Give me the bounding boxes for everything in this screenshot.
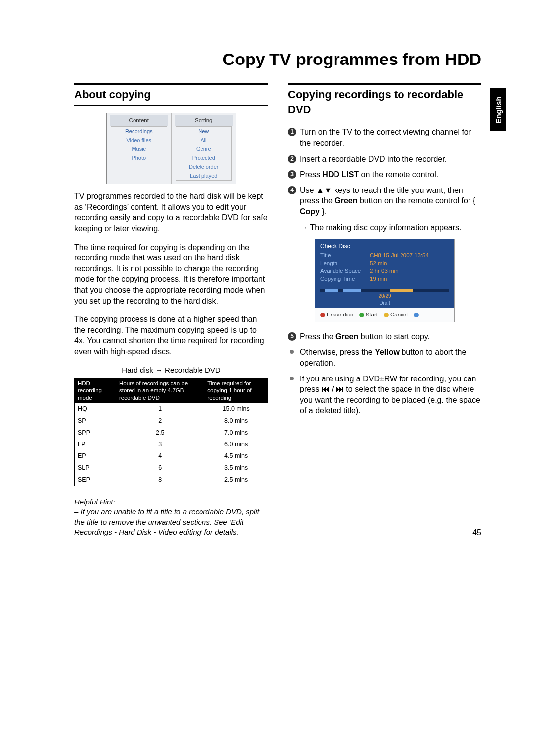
step-2: 2 Insert a recordable DVD into the recor… xyxy=(288,154,481,165)
hint-label: Helpful Hint: xyxy=(74,497,268,507)
step-1: 1 Turn on the TV to the correct viewing … xyxy=(288,127,481,148)
table-caption: Hard disk → Recordable DVD xyxy=(74,365,268,375)
paragraph: TV programmes recorded to the hard disk … xyxy=(74,191,268,234)
step-3: 3 Press HDD LIST on the remote control. xyxy=(288,169,481,180)
table-cell: 4.5 mins xyxy=(204,450,268,462)
step-number-icon: 5 xyxy=(288,332,296,341)
result-arrow-text: The making disc copy information appears… xyxy=(288,222,481,233)
menu-item: Video files xyxy=(111,136,167,145)
menu-item: Delete order xyxy=(176,163,232,172)
table-cell: 2.5 xyxy=(116,427,204,439)
step-text: Turn on the TV to the correct viewing ch… xyxy=(300,128,471,147)
table-header: Hours of recordings can be stored in an … xyxy=(116,378,204,403)
paragraph: The copying process is done at a higher … xyxy=(74,314,268,357)
step-text: Press HDD LIST on the remote control. xyxy=(300,170,438,179)
step-text: Press the Green button to start copy. xyxy=(300,332,430,341)
check-disc-screenshot: Check Disc TitleCH8 15-Jul-2007 13:54 Le… xyxy=(315,239,455,322)
green-dot-icon xyxy=(359,313,364,317)
arrow-icon: → xyxy=(155,366,165,374)
step-number-icon: 1 xyxy=(288,128,296,136)
menu-header-sorting: Sorting xyxy=(175,115,233,126)
table-cell: 7.0 mins xyxy=(204,427,268,439)
menu-item: Recordings xyxy=(111,127,167,136)
table-header: Time required for copying 1 hour of reco… xyxy=(204,378,268,403)
menu-item: Photo xyxy=(111,154,167,163)
page-number: 45 xyxy=(472,528,481,537)
yellow-dot-icon xyxy=(384,313,389,317)
table-cell: 4 xyxy=(116,450,204,462)
table-cell: 8.0 mins xyxy=(204,415,268,427)
table-row: SEP82.5 mins xyxy=(75,474,268,486)
table-cell: SLP xyxy=(75,462,116,474)
table-cell: SP xyxy=(75,415,116,427)
table-row: EP44.5 mins xyxy=(75,450,268,462)
step-text: Insert a recordable DVD into the recorde… xyxy=(300,155,447,163)
hint-body: – If you are unable to fit a title to a … xyxy=(74,507,268,537)
column-right: Copying recordings to recordable DVD 1 T… xyxy=(288,83,481,537)
table-cell: 2.5 mins xyxy=(204,474,268,486)
table-cell: 1 xyxy=(116,403,204,415)
table-cell: HQ xyxy=(75,403,116,415)
helpful-hint: Helpful Hint: – If you are unable to fit… xyxy=(74,497,268,537)
checkdisc-title: Check Disc xyxy=(320,242,449,250)
table-row: SPP2.57.0 mins xyxy=(75,427,268,439)
page-title: Copy TV programmes from HDD xyxy=(74,50,481,69)
step-4: 4 Use ▲▼ keys to reach the title you wan… xyxy=(288,185,481,217)
table-cell: 8 xyxy=(116,474,204,486)
table-cell: 15.0 mins xyxy=(204,403,268,415)
table-row: SP28.0 mins xyxy=(75,415,268,427)
column-left: About copying Content Recordings Video f… xyxy=(74,83,268,537)
table-row: SLP63.5 mins xyxy=(75,462,268,474)
bullet-text: Otherwise, press the Yellow button to ab… xyxy=(288,347,481,368)
table-cell: 6.0 mins xyxy=(204,439,268,450)
menu-item: Music xyxy=(111,145,167,154)
menu-item: All xyxy=(176,136,232,145)
table-cell: SEP xyxy=(75,474,116,486)
table-cell: 6 xyxy=(116,462,204,474)
menu-screenshot: Content Recordings Video files Music Pho… xyxy=(106,113,236,185)
table-header: HDD recording mode xyxy=(75,378,116,403)
step-number-icon: 3 xyxy=(288,170,296,179)
table-cell: LP xyxy=(75,439,116,450)
copy-speed-table: HDD recording mode Hours of recordings c… xyxy=(74,378,268,486)
table-cell: 3 xyxy=(116,439,204,450)
table-cell: SPP xyxy=(75,427,116,439)
disc-space-bar xyxy=(320,289,449,292)
menu-item: Protected xyxy=(176,154,232,163)
menu-header-content: Content xyxy=(110,115,168,126)
checkdisc-legend: Erase disc Start Cancel xyxy=(315,308,454,322)
step-number-icon: 4 xyxy=(288,186,296,194)
bullet-text: If you are using a DVD±RW for recording,… xyxy=(288,374,481,416)
table-cell: 3.5 mins xyxy=(204,462,268,474)
menu-item: Genre xyxy=(176,145,232,154)
step-number-icon: 2 xyxy=(288,155,296,163)
step-text: Use ▲▼ keys to reach the title you want,… xyxy=(300,186,475,216)
heading-about-copying: About copying xyxy=(74,83,268,106)
table-cell: 2 xyxy=(116,415,204,427)
table-cell: EP xyxy=(75,450,116,462)
table-row: LP36.0 mins xyxy=(75,439,268,450)
language-tab: English xyxy=(490,88,506,131)
red-dot-icon xyxy=(320,313,325,317)
title-rule xyxy=(74,72,481,72)
menu-item: Last played xyxy=(176,171,232,180)
table-row: HQ115.0 mins xyxy=(75,403,268,415)
blue-dot-icon xyxy=(414,313,419,317)
paragraph: The time required for copying is dependi… xyxy=(74,242,268,307)
heading-copy-to-dvd: Copying recordings to recordable DVD xyxy=(288,83,481,120)
step-5: 5 Press the Green button to start copy. xyxy=(288,331,481,342)
menu-item: New xyxy=(176,127,232,136)
